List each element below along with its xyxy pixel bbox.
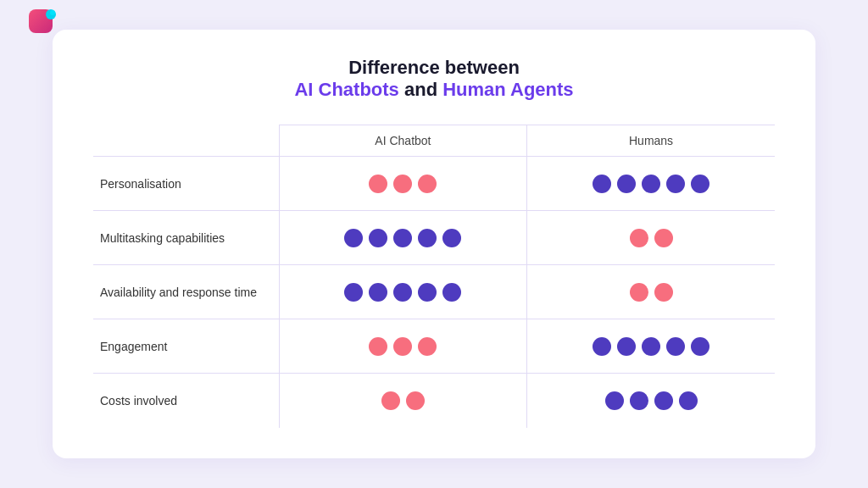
purple-dot — [593, 175, 611, 193]
col-header-label — [93, 125, 279, 157]
table-row: Personalisation — [93, 157, 775, 211]
row-label: Engagement — [93, 319, 279, 374]
ai-dots-cell — [279, 211, 526, 265]
pink-dot — [369, 337, 387, 356]
purple-dot — [442, 283, 461, 302]
purple-dot — [393, 229, 412, 247]
title-human: Human Agents — [442, 79, 573, 100]
row-label: Costs involved — [93, 374, 279, 428]
pink-dot — [418, 337, 437, 356]
purple-dot — [691, 337, 709, 356]
pink-dot — [654, 283, 673, 302]
human-dots-cell — [527, 374, 775, 428]
brand-logo — [27, 4, 59, 36]
human-dots-cell — [527, 157, 775, 211]
svg-point-2 — [50, 10, 55, 15]
row-label: Availability and response time — [93, 265, 279, 319]
title-line1: Difference between — [93, 57, 775, 79]
row-label: Multitasking capabilities — [93, 211, 279, 265]
purple-dot — [442, 229, 461, 247]
purple-dot — [369, 283, 387, 302]
purple-dot — [593, 337, 611, 356]
ai-dots-cell — [279, 374, 526, 428]
purple-dot — [642, 175, 660, 193]
ai-dots-cell — [279, 265, 526, 319]
purple-dot — [642, 337, 660, 356]
pink-dot — [654, 229, 673, 247]
pink-dot — [406, 391, 425, 410]
purple-dot — [654, 391, 673, 410]
pink-dot — [630, 229, 648, 247]
human-dots-cell — [527, 319, 775, 374]
ai-dots-cell — [279, 157, 526, 211]
table-row: Engagement — [93, 319, 775, 374]
main-card: Difference between AI Chatbots and Human… — [53, 30, 815, 458]
pink-dot — [393, 175, 412, 193]
purple-dot — [393, 283, 412, 302]
purple-dot — [344, 283, 363, 302]
purple-dot — [666, 337, 685, 356]
pink-dot — [418, 175, 437, 193]
title-block: Difference between AI Chatbots and Human… — [93, 57, 775, 101]
pink-dot — [630, 283, 648, 302]
pink-dot — [369, 175, 387, 193]
title-line2: AI Chatbots and Human Agents — [93, 79, 775, 101]
title-and: and — [399, 79, 442, 100]
purple-dot — [630, 391, 648, 410]
comparison-table: AI Chatbot Humans PersonalisationMultita… — [93, 125, 775, 428]
purple-dot — [617, 337, 636, 356]
human-dots-cell — [527, 265, 775, 319]
ai-dots-cell — [279, 319, 526, 374]
table-row: Availability and response time — [93, 265, 775, 319]
purple-dot — [605, 391, 624, 410]
title-ai: AI Chatbots — [294, 79, 398, 100]
purple-dot — [344, 229, 363, 247]
purple-dot — [691, 175, 709, 193]
purple-dot — [679, 391, 698, 410]
purple-dot — [617, 175, 636, 193]
pink-dot — [393, 337, 412, 356]
col-header-ai: AI Chatbot — [279, 125, 526, 157]
col-header-human: Humans — [527, 125, 775, 157]
row-label: Personalisation — [93, 157, 279, 211]
purple-dot — [369, 229, 387, 247]
table-row: Multitasking capabilities — [93, 211, 775, 265]
human-dots-cell — [527, 211, 775, 265]
purple-dot — [418, 283, 437, 302]
table-row: Costs involved — [93, 374, 775, 428]
pink-dot — [381, 391, 400, 410]
purple-dot — [418, 229, 437, 247]
purple-dot — [666, 175, 685, 193]
